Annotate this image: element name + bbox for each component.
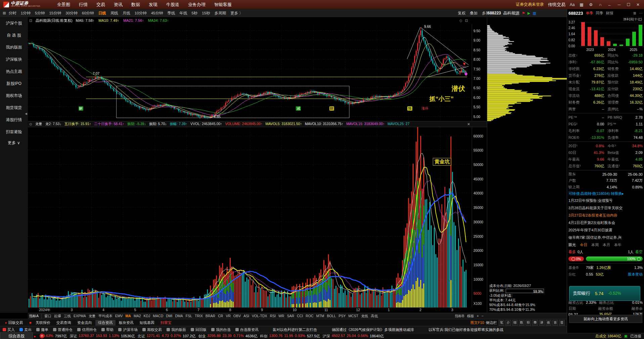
indicator-tab-extra[interactable]: +: [477, 314, 479, 319]
sidebar-item[interactable]: 沪深个股: [0, 17, 28, 29]
convertible-bond-link[interactable]: 可转债:晶能转债(118034) 转股换▸: [568, 190, 643, 197]
indicator-tab-extra[interactable]: 指标B: [455, 314, 464, 319]
indicator-tab[interactable]: TRIX: [195, 314, 203, 319]
sidebar-item[interactable]: 扫雷避险: [0, 126, 28, 138]
report-period-tab[interactable]: 财报: [606, 11, 613, 16]
resource-tab[interactable]: 综合资讯: [95, 320, 116, 326]
bottom-toolbar-button[interactable]: 我的版面: [167, 327, 186, 332]
sidebar-item[interactable]: 自 选 股: [0, 29, 28, 41]
settings-gear-icon[interactable]: ⚙: [588, 2, 594, 7]
sidebar-item[interactable]: 沪深板块: [0, 53, 28, 65]
panel-list-icon[interactable]: ≣: [633, 11, 636, 15]
sidebar-item[interactable]: 我的版面: [0, 41, 28, 53]
indicator-tab[interactable]: 窗口: [44, 314, 51, 319]
volume-chart[interactable]: [28, 127, 472, 307]
sidebar-item[interactable]: 期货现货: [0, 102, 28, 114]
indicator-tab[interactable]: EMV: [115, 314, 123, 319]
flag-icon[interactable]: ⚑: [522, 11, 525, 15]
indicator-tab[interactable]: 起爆: [54, 314, 61, 319]
indicator-tab[interactable]: 龙量: [89, 314, 96, 319]
mini-tool-button[interactable]: 费: [532, 320, 538, 326]
maximize-icon[interactable]: ☐: [626, 2, 631, 7]
indicator-collapse-icon[interactable]: ⊙: [29, 122, 32, 126]
indicator-tab[interactable]: PSY: [338, 314, 346, 319]
panel-more-icon[interactable]: ⋯: [639, 11, 643, 15]
indicator-group-a[interactable]: 指标A: [29, 314, 42, 319]
indicator-tab-extra[interactable]: −: [481, 314, 484, 319]
sidebar-item[interactable]: 新股IPO: [0, 77, 28, 90]
period-tab[interactable]: 分时: [9, 11, 16, 16]
mini-tool-button[interactable]: 讲: [539, 320, 545, 326]
indicator-tab[interactable]: CCI: [297, 314, 303, 319]
indicator-tab[interactable]: MA: [126, 314, 131, 319]
indicator-tab[interactable]: MTM: [316, 314, 324, 319]
event-marker[interactable]: 财: [329, 106, 334, 111]
indicator-tab[interactable]: WR: [278, 314, 284, 319]
indicator-tab[interactable]: KDJ: [143, 314, 150, 319]
mini-tool-button[interactable]: 联: [525, 320, 531, 326]
period-tab[interactable]: 1分钟: [21, 11, 31, 16]
play-icon[interactable]: ▶: [527, 11, 530, 15]
bull-label[interactable]: 看多: [568, 249, 576, 255]
indicator-tab[interactable]: 平均成本: [98, 314, 112, 319]
sentiment-tab[interactable]: 本年: [614, 242, 622, 247]
graphic-f10-button[interactable]: 图文F10: [470, 320, 484, 325]
index-quote[interactable]: 科创1300.7611.950.93%527.5亿: [260, 334, 320, 339]
index-quote[interactable]: 创业3295.8823.390.71%4636亿: [198, 334, 258, 339]
indicator-tab[interactable]: DMI: [166, 314, 172, 319]
service-headset-icon[interactable]: ∩: [598, 2, 603, 7]
mini-tool-button[interactable]: 笔: [499, 320, 504, 326]
event-marker[interactable]: 涨停: [421, 106, 429, 111]
company-news-item[interactable]: 4月1日召开第2次临时股东会: [568, 219, 643, 226]
indicator-tab[interactable]: FSL: [186, 314, 192, 319]
notification-close-badge[interactable]: ✕: [40, 334, 44, 338]
report-period-tab[interactable]: 单季: [586, 11, 593, 16]
indicator-tab[interactable]: MA2: [134, 314, 141, 319]
report-period-tab[interactable]: 同季: [596, 11, 603, 16]
bottom-toolbar-button[interactable]: 自选股资讯: [235, 327, 259, 332]
indicator-tab[interactable]: VOL-TDX: [252, 314, 267, 319]
event-marker[interactable]: 解: [79, 106, 84, 111]
mini-tool-button[interactable]: 介: [505, 320, 511, 326]
period-tab[interactable]: 多周期: [215, 11, 226, 16]
event-marker[interactable]: 预: [407, 106, 412, 111]
chart-action-button[interactable]: 叠加: [470, 11, 477, 16]
indicator-tab[interactable]: 高低: [371, 314, 378, 319]
volume-pane[interactable]: 黄金坑: [28, 127, 472, 307]
indicator-tab[interactable]: OBV: [233, 314, 241, 319]
indicator-tab-extra[interactable]: 模板: [467, 314, 474, 319]
indicator-tab[interactable]: DMA: [175, 314, 183, 319]
period-tab[interactable]: 周线: [110, 11, 118, 16]
period-tab[interactable]: 更多 〉: [230, 11, 243, 16]
indicator-tab[interactable]: BOLL: [327, 314, 336, 319]
mini-chart-icon[interactable]: ▥: [533, 11, 536, 15]
chip-distribution-chart[interactable]: [487, 17, 567, 282]
period-tab[interactable]: 日线: [98, 11, 106, 16]
back-icon[interactable]: ←: [607, 2, 612, 7]
menu-item[interactable]: 行情: [79, 2, 88, 8]
sidebar-collapse-icon[interactable]: ◀: [25, 112, 27, 115]
menu-item[interactable]: 发现: [149, 2, 157, 8]
indicator-tab[interactable]: EXPMA: [74, 314, 86, 319]
period-tab[interactable]: 月线: [123, 11, 130, 16]
sidebar-item[interactable]: 期权市场: [0, 90, 28, 102]
period-tab[interactable]: 10分钟: [135, 11, 147, 16]
minimize-icon[interactable]: ─: [616, 2, 622, 7]
index-quote[interactable]: 深证13760.37153.931.13%10536亿: [70, 334, 135, 339]
indicator-tab[interactable]: 三线: [64, 314, 71, 319]
bottom-toolbar-button[interactable]: 普通持仓: [53, 327, 73, 332]
resource-tab[interactable]: 资金流向: [75, 320, 95, 326]
indicator-tab[interactable]: BRAR: [205, 314, 215, 319]
mini-tool-button[interactable]: 细: [512, 320, 518, 326]
bottom-toolbar-button[interactable]: 帮助: [101, 327, 113, 332]
news-headline[interactable]: 德国通过《2026气候保护计划》多项措施推动减排: [332, 327, 414, 332]
sidebar-item[interactable]: 热点主题: [0, 65, 28, 77]
company-news-item[interactable]: 2025年年报于4月30日披露: [568, 226, 643, 234]
bottom-toolbar-button[interactable]: 期权交易: [142, 327, 162, 332]
bottom-toolbar-button[interactable]: 卖出: [19, 327, 32, 332]
menu-item[interactable]: 业务办理: [188, 2, 205, 8]
bottom-toolbar-button[interactable]: 信用持仓: [77, 327, 97, 332]
period-tab[interactable]: 年线: [179, 11, 187, 16]
period-tab[interactable]: 15秒: [202, 11, 210, 16]
period-tab[interactable]: 季线: [167, 11, 175, 16]
